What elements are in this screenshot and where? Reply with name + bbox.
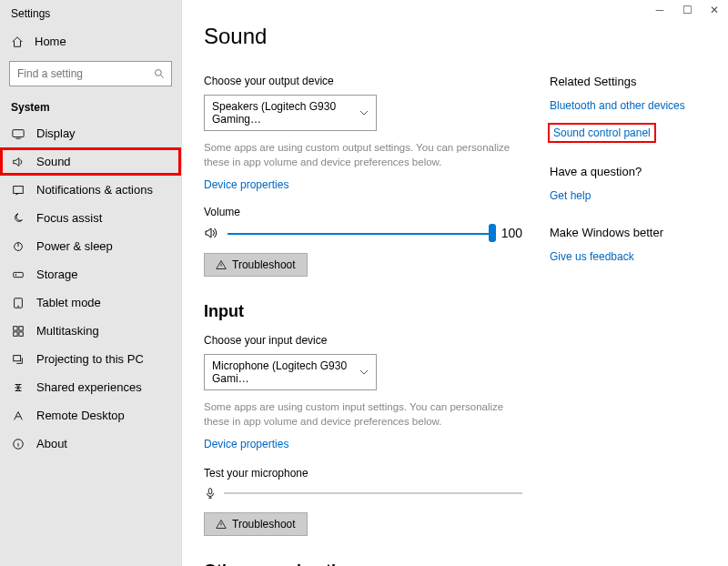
sidebar-item-label: Power & sleep xyxy=(36,239,113,253)
notifications-icon xyxy=(11,184,25,197)
sound-control-panel-link[interactable]: Sound control panel xyxy=(550,125,654,141)
sidebar-item-multitasking[interactable]: Multitasking xyxy=(0,317,181,345)
volume-value: 100 xyxy=(501,226,522,240)
microphone-icon xyxy=(204,487,217,500)
sidebar-item-display[interactable]: Display xyxy=(0,119,181,147)
about-icon xyxy=(11,438,25,450)
window-minimize[interactable]: ─ xyxy=(646,0,673,20)
sidebar-item-tablet-mode[interactable]: Tablet mode xyxy=(0,288,181,317)
svg-rect-9 xyxy=(19,326,23,329)
svg-rect-8 xyxy=(14,326,17,329)
sidebar-item-label: Sound xyxy=(36,155,71,168)
power-icon xyxy=(11,240,25,253)
volume-slider[interactable] xyxy=(228,227,492,239)
output-device-label: Choose your output device xyxy=(204,75,522,87)
storage-icon xyxy=(11,268,25,281)
sidebar-section-label: System xyxy=(0,97,181,119)
bluetooth-link[interactable]: Bluetooth and other devices xyxy=(550,99,685,112)
sidebar-item-sound[interactable]: Sound xyxy=(0,147,181,176)
volume-icon xyxy=(204,226,218,240)
search-input[interactable] xyxy=(9,61,172,86)
svg-point-0 xyxy=(156,70,162,76)
window-close[interactable]: ✕ xyxy=(701,0,728,20)
svg-rect-14 xyxy=(208,489,212,494)
output-helper-text: Some apps are using custom output settin… xyxy=(204,140,522,169)
display-icon xyxy=(11,127,25,140)
search-wrap xyxy=(9,61,172,86)
sidebar-item-label: Notifications & actions xyxy=(36,183,153,197)
mic-test-label: Test your microphone xyxy=(204,467,522,480)
main-content: ─ ☐ ✕ Sound Choose your output device Sp… xyxy=(182,0,728,566)
sidebar-item-remote-desktop[interactable]: Remote Desktop xyxy=(0,401,181,430)
make-windows-better-heading: Make Windows better xyxy=(550,226,704,239)
troubleshoot-label: Troubleshoot xyxy=(232,518,296,531)
sidebar: Settings Home System Display Sound Notif… xyxy=(0,0,182,566)
tablet-icon xyxy=(11,297,25,309)
volume-label: Volume xyxy=(204,206,522,218)
sidebar-item-label: Remote Desktop xyxy=(36,409,125,422)
window-maximize[interactable]: ☐ xyxy=(673,0,701,20)
sidebar-item-notifications[interactable]: Notifications & actions xyxy=(0,176,181,204)
input-device-value: Microphone (Logitech G930 Gami… xyxy=(212,359,359,385)
input-device-properties-link[interactable]: Device properties xyxy=(204,438,288,450)
related-settings-heading: Related Settings xyxy=(550,75,704,88)
page-title: Sound xyxy=(204,24,710,49)
feedback-link[interactable]: Give us feedback xyxy=(550,250,634,263)
home-icon xyxy=(11,35,24,48)
remote-desktop-icon xyxy=(11,409,25,422)
input-helper-text: Some apps are using custom input setting… xyxy=(204,399,522,429)
sidebar-item-label: Display xyxy=(36,126,76,140)
svg-rect-1 xyxy=(13,129,24,136)
mic-level-bar xyxy=(224,492,522,494)
svg-rect-4 xyxy=(14,272,24,277)
sidebar-item-label: Multitasking xyxy=(36,324,99,338)
svg-point-7 xyxy=(18,306,19,307)
warning-icon xyxy=(216,519,227,530)
input-device-dropdown[interactable]: Microphone (Logitech G930 Gami… xyxy=(204,354,377,390)
sidebar-item-about[interactable]: About xyxy=(0,430,181,458)
sidebar-item-label: Shared experiences xyxy=(36,380,142,394)
search-icon xyxy=(154,68,165,79)
troubleshoot-label: Troubleshoot xyxy=(232,258,296,271)
svg-rect-12 xyxy=(14,355,21,360)
input-troubleshoot-button[interactable]: Troubleshoot xyxy=(204,512,308,536)
sidebar-home-label: Home xyxy=(35,35,66,48)
sidebar-item-label: Storage xyxy=(36,268,78,281)
svg-rect-11 xyxy=(19,331,23,335)
chevron-down-icon xyxy=(359,108,369,117)
output-device-properties-link[interactable]: Device properties xyxy=(204,178,288,191)
warning-icon xyxy=(216,259,227,270)
svg-rect-2 xyxy=(14,186,24,193)
focus-assist-icon xyxy=(11,212,25,225)
sidebar-item-label: Tablet mode xyxy=(36,296,101,309)
sidebar-item-label: Projecting to this PC xyxy=(36,352,144,366)
output-device-value: Speakers (Logitech G930 Gaming… xyxy=(212,100,359,126)
sidebar-item-shared-experiences[interactable]: Shared experiences xyxy=(0,373,181,401)
multitasking-icon xyxy=(11,325,25,338)
svg-rect-10 xyxy=(14,331,17,335)
input-device-label: Choose your input device xyxy=(204,334,522,347)
sidebar-item-storage[interactable]: Storage xyxy=(0,260,181,288)
output-device-dropdown[interactable]: Speakers (Logitech G930 Gaming… xyxy=(204,95,377,131)
sidebar-item-projecting[interactable]: Projecting to this PC xyxy=(0,345,181,373)
chevron-down-icon xyxy=(359,368,369,377)
input-heading: Input xyxy=(204,302,522,321)
sidebar-item-label: Focus assist xyxy=(36,211,102,225)
sidebar-item-label: About xyxy=(36,437,67,450)
sidebar-home[interactable]: Home xyxy=(0,27,181,56)
other-sound-heading: Other sound options xyxy=(204,561,522,566)
svg-point-5 xyxy=(15,274,16,275)
sidebar-item-focus-assist[interactable]: Focus assist xyxy=(0,204,181,232)
output-troubleshoot-button[interactable]: Troubleshoot xyxy=(204,253,308,277)
projecting-icon xyxy=(11,353,25,366)
get-help-link[interactable]: Get help xyxy=(550,189,591,202)
sound-icon xyxy=(11,156,25,168)
sidebar-item-power-sleep[interactable]: Power & sleep xyxy=(0,232,181,260)
shared-icon xyxy=(11,381,25,394)
have-question-heading: Have a question? xyxy=(550,165,704,178)
app-title: Settings xyxy=(0,4,181,27)
